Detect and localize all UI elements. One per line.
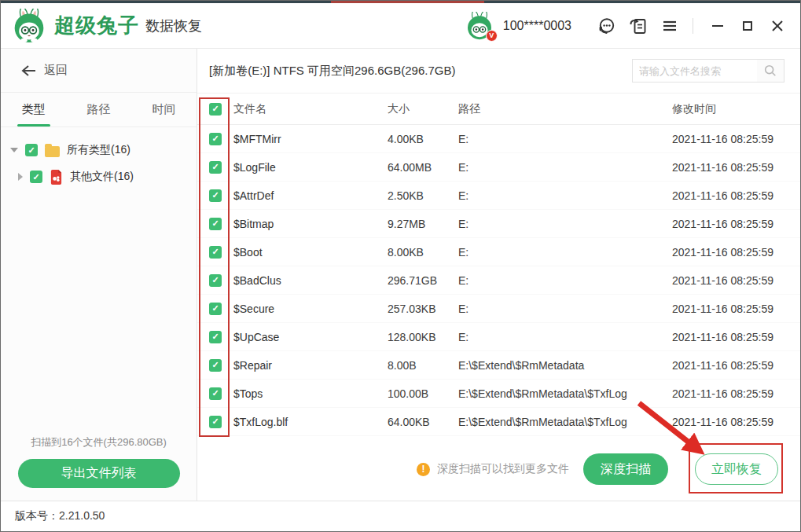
row-checkbox[interactable] (209, 359, 222, 372)
column-header-name[interactable]: 文件名 (233, 102, 388, 116)
cell-modified-time: 2021-11-16 08:25:59 (672, 189, 800, 202)
cell-modified-time: 2021-11-16 08:25:59 (672, 416, 800, 428)
info-bar: [新加卷(E:)] NTFS 可用空间296.6GB(296.7GB) (197, 49, 800, 94)
cell-file-size: 64.00MB (388, 161, 458, 174)
recover-now-button[interactable]: 立即恢复 (695, 453, 778, 485)
table-row[interactable]: $Bitmap 9.27MB E: 2021-11-16 08:25:59 (197, 210, 800, 238)
select-all-checkbox[interactable] (209, 103, 222, 116)
row-checkbox[interactable] (209, 416, 222, 428)
cell-file-name: $MFTMirr (233, 133, 388, 145)
cell-file-path: E: (458, 303, 672, 315)
tree-item-other-files[interactable]: 其他文件(16) (1, 163, 197, 190)
sidebar-tabs: 类型 路径 时间 (1, 93, 197, 127)
column-header-size[interactable]: 大小 (388, 102, 458, 116)
menu-icon[interactable] (658, 14, 682, 38)
back-label: 返回 (44, 63, 68, 78)
cell-file-name: $Repair (233, 359, 388, 372)
row-checkbox[interactable] (209, 246, 222, 259)
media-file-icon (50, 170, 63, 185)
cell-file-path: E:\$Extend\$RmMetadata\$TxfLog (458, 387, 672, 400)
row-checkbox[interactable] (209, 189, 222, 202)
cell-file-name: $LogFile (233, 161, 388, 174)
table-row[interactable]: $UpCase 128.00KB E: 2021-11-16 08:25:59 (197, 323, 800, 351)
back-arrow-icon (21, 64, 37, 77)
search-input[interactable] (633, 60, 757, 82)
close-icon[interactable] (766, 14, 789, 38)
cell-file-size: 100.00B (388, 387, 458, 400)
tab-label: 路径 (87, 102, 111, 117)
volume-info: [新加卷(E:)] NTFS 可用空间296.6GB(296.7GB) (209, 64, 455, 79)
maximize-icon[interactable] (736, 14, 759, 38)
cell-file-size: 128.00KB (388, 331, 458, 343)
warning-icon: ! (417, 463, 430, 476)
table-row[interactable]: $Repair 8.00B E:\$Extend\$RmMetadata 202… (197, 351, 800, 380)
cell-modified-time: 2021-11-16 08:25:59 (672, 274, 800, 287)
cell-file-name: $Bitmap (233, 218, 388, 230)
export-file-list-button[interactable]: 导出文件列表 (18, 459, 180, 488)
cell-file-size: 2.50KB (388, 189, 458, 202)
table-row[interactable]: $BadClus 296.71GB E: 2021-11-16 08:25:59 (197, 266, 800, 295)
column-header-path[interactable]: 路径 (458, 102, 672, 116)
tab-label: 类型 (22, 102, 46, 117)
cell-file-path: E: (458, 189, 672, 202)
deep-scan-button[interactable]: 深度扫描 (583, 453, 668, 485)
account-number: 100****0003 (503, 19, 571, 33)
feedback-icon[interactable] (626, 14, 650, 38)
version-text: 版本号：2.21.0.50 (15, 509, 105, 523)
table-row[interactable]: $Tops 100.00B E:\$Extend\$RmMetadata\$Tx… (197, 380, 800, 408)
cell-file-path: E: (458, 246, 672, 259)
row-checkbox[interactable] (209, 331, 222, 343)
row-checkbox[interactable] (209, 133, 222, 145)
table-row[interactable]: $Secure 257.03KB E: 2021-11-16 08:25:59 (197, 295, 800, 323)
cell-file-path: E: (458, 274, 672, 287)
file-type-tree: 所有类型(16) 其他文件(16) (1, 127, 197, 190)
caret-down-icon[interactable] (10, 148, 18, 152)
avatar[interactable]: V (465, 12, 494, 40)
row-checkbox[interactable] (209, 387, 222, 400)
cell-file-path: E: (458, 331, 672, 343)
cell-modified-time: 2021-11-16 08:25:59 (672, 359, 800, 372)
table-row[interactable]: $LogFile 64.00MB E: 2021-11-16 08:25:59 (197, 153, 800, 182)
cell-file-name: $Secure (233, 303, 388, 315)
cell-file-size: 4.00KB (388, 133, 458, 145)
row-checkbox[interactable] (209, 303, 222, 315)
row-checkbox[interactable] (209, 161, 222, 174)
tab-path[interactable]: 路径 (66, 93, 131, 127)
table-row[interactable]: $Boot 8.00KB E: 2021-11-16 08:25:59 (197, 238, 800, 266)
cell-file-size: 64.00KB (388, 416, 458, 428)
cell-file-name: $BadClus (233, 274, 388, 287)
search-icon[interactable] (757, 60, 784, 82)
back-button[interactable]: 返回 (1, 49, 197, 93)
tab-time[interactable]: 时间 (131, 93, 197, 127)
cell-file-path: E: (458, 218, 672, 230)
rabbit-logo-icon (12, 9, 46, 43)
table-row[interactable]: $MFTMirr 4.00KB E: 2021-11-16 08:25:59 (197, 125, 800, 153)
tree-item-all-types[interactable]: 所有类型(16) (1, 137, 197, 163)
tree-checkbox[interactable] (25, 144, 38, 156)
cell-file-size: 8.00B (388, 359, 458, 372)
deep-scan-hint: 深度扫描可以找到更多文件 (437, 462, 569, 476)
headset-icon[interactable] (595, 14, 619, 38)
tab-type[interactable]: 类型 (1, 93, 66, 127)
status-bar: 版本号：2.21.0.50 (1, 501, 800, 531)
app-window: 超级兔子 数据恢复 V 100****0003 (0, 0, 801, 532)
cell-file-name: $AttrDef (233, 189, 388, 202)
action-bar: ! 深度扫描可以找到更多文件 深度扫描 立即恢复 (197, 436, 800, 502)
table-row[interactable]: $TxfLog.blf 64.00KB E:\$Extend\$RmMetada… (197, 408, 800, 436)
table-row[interactable]: $AttrDef 2.50KB E: 2021-11-16 08:25:59 (197, 182, 800, 210)
vip-badge: V (486, 30, 498, 42)
search-box (632, 59, 784, 83)
brand-name: 超级兔子 (54, 12, 139, 39)
cell-modified-time: 2021-11-16 08:25:59 (672, 387, 800, 400)
folder-icon (45, 146, 60, 157)
minimize-icon[interactable] (706, 14, 729, 38)
row-checkbox[interactable] (209, 274, 222, 287)
row-checkbox[interactable] (209, 218, 222, 230)
table-header: 文件名 大小 路径 修改时间 (197, 94, 800, 125)
title-bar: 超级兔子 数据恢复 V 100****0003 (1, 3, 800, 49)
titlebar-divider (693, 18, 693, 34)
tree-checkbox[interactable] (30, 171, 42, 183)
column-header-time[interactable]: 修改时间 (672, 102, 800, 116)
cell-modified-time: 2021-11-16 08:25:59 (672, 331, 800, 343)
caret-right-icon[interactable] (18, 173, 23, 181)
